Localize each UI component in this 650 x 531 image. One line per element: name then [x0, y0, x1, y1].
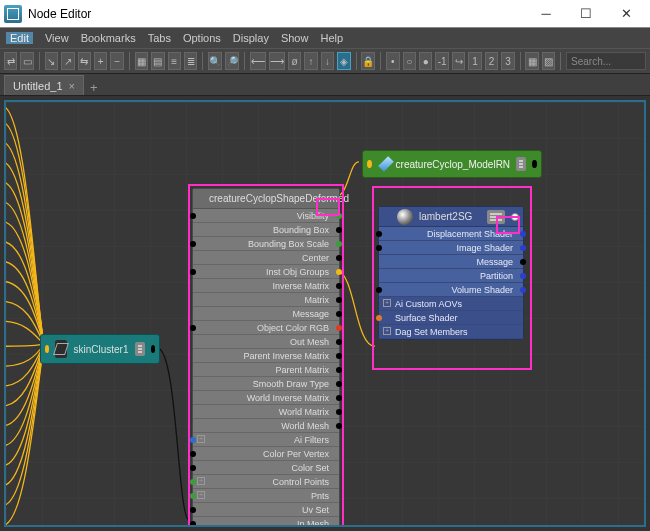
tool-lock-icon[interactable]: 🔒	[361, 52, 375, 70]
tool-frame-sel-icon[interactable]: ▤	[151, 52, 164, 70]
attr-label: World Inverse Matrix	[247, 393, 329, 403]
maximize-button[interactable]: ☐	[566, 2, 606, 26]
attr-partition[interactable]: Partition	[379, 269, 523, 283]
close-button[interactable]: ✕	[606, 2, 646, 26]
tool-dot-icon[interactable]: •	[386, 52, 399, 70]
node-menu-icon[interactable]	[135, 342, 145, 356]
menu-help[interactable]: Help	[320, 32, 343, 44]
attr-out-mesh[interactable]: Out Mesh	[193, 335, 339, 349]
attr-ai-filters[interactable]: +Ai Filters	[193, 433, 339, 447]
attr-world-mesh[interactable]: World Mesh	[193, 419, 339, 433]
attr-inst-obj-groups[interactable]: Inst Obj Groups	[193, 265, 339, 279]
node-shape-deformed[interactable]: creatureCyclopShapeDeformed VisibilityBo…	[192, 188, 340, 527]
node-menu-icon[interactable]	[516, 157, 526, 171]
tool-3-button[interactable]: 3	[501, 52, 514, 70]
node-skincluster[interactable]: skinCluster1	[40, 334, 160, 364]
attr-label: Ai Filters	[294, 435, 329, 445]
tool-snap-icon[interactable]: ▨	[542, 52, 555, 70]
tool-graph-out-icon[interactable]: ↗	[61, 52, 74, 70]
attr-bounding-box-scale[interactable]: Bounding Box Scale	[193, 237, 339, 251]
menu-display[interactable]: Display	[233, 32, 269, 44]
tool-circle-icon[interactable]: ○	[403, 52, 416, 70]
menu-show[interactable]: Show	[281, 32, 309, 44]
attr-control-points[interactable]: +Control Points	[193, 475, 339, 489]
tool-list-icon[interactable]: ≡	[168, 52, 181, 70]
window-title: Node Editor	[28, 7, 526, 21]
attr-pnts[interactable]: +Pnts	[193, 489, 339, 503]
attr-world-matrix[interactable]: World Matrix	[193, 405, 339, 419]
tool-graph-both-icon[interactable]: ⇆	[78, 52, 91, 70]
tab-add-button[interactable]: +	[90, 80, 98, 95]
attr-matrix[interactable]: Matrix	[193, 293, 339, 307]
attr-bounding-box[interactable]: Bounding Box	[193, 223, 339, 237]
menu-bookmarks[interactable]: Bookmarks	[81, 32, 136, 44]
attr-uv-set[interactable]: Uv Set	[193, 503, 339, 517]
tool-unpin-icon[interactable]: ⟵	[250, 52, 266, 70]
node-canvas[interactable]: skinCluster1 creatureCyclop_ModelRN crea…	[4, 100, 646, 527]
tool-grid-icon[interactable]: ▦	[525, 52, 538, 70]
tool-hide-icon[interactable]: ø	[288, 52, 301, 70]
node-menu-icon[interactable]	[487, 210, 505, 224]
tab-untitled[interactable]: Untitled_1 ×	[4, 75, 84, 95]
attr-color-per-vertex[interactable]: Color Per Vertex	[193, 447, 339, 461]
attr-label: Bounding Box Scale	[248, 239, 329, 249]
attr-smooth-draw-type[interactable]: Smooth Draw Type	[193, 377, 339, 391]
tool-zoom-in-icon[interactable]: 🔍	[208, 52, 222, 70]
attribute-list: Displacement ShaderImage ShaderMessagePa…	[379, 227, 523, 339]
attr-label: Color Set	[291, 463, 329, 473]
skincluster-icon	[55, 340, 67, 358]
attr-message[interactable]: Message	[193, 307, 339, 321]
menu-view[interactable]: View	[45, 32, 69, 44]
tool-sync-icon[interactable]: ◈	[337, 52, 350, 70]
attr-displacement-shader[interactable]: Displacement Shader	[379, 227, 523, 241]
attr-ai-custom-aovs[interactable]: +Ai Custom AOVs	[379, 297, 523, 311]
menu-tabs[interactable]: Tabs	[148, 32, 171, 44]
tool-remove-icon[interactable]: −	[110, 52, 123, 70]
tool-input-output-icon[interactable]: ⇄	[4, 52, 17, 70]
tool-rows-icon[interactable]: ≣	[184, 52, 197, 70]
attr-in-mesh[interactable]: In Mesh	[193, 517, 339, 527]
tool-2-button[interactable]: 2	[485, 52, 498, 70]
attr-label: Matrix	[305, 295, 330, 305]
attr-inverse-matrix[interactable]: Inverse Matrix	[193, 279, 339, 293]
tool-graph-in-icon[interactable]: ↘	[45, 52, 58, 70]
titlebar: Node Editor ─ ☐ ✕	[0, 0, 650, 28]
attr-label: Visibility	[297, 211, 329, 221]
minimize-button[interactable]: ─	[526, 2, 566, 26]
attr-image-shader[interactable]: Image Shader	[379, 241, 523, 255]
attr-color-set[interactable]: Color Set	[193, 461, 339, 475]
tool-up-icon[interactable]: ↑	[304, 52, 317, 70]
tool-frame-all-icon[interactable]: ▦	[135, 52, 148, 70]
attr-center[interactable]: Center	[193, 251, 339, 265]
node-modelrn[interactable]: creatureCyclop_ModelRN	[362, 150, 542, 178]
tool-arrow-icon[interactable]: ↪	[452, 52, 465, 70]
attribute-list: VisibilityBounding BoxBounding Box Scale…	[193, 209, 339, 527]
tool-down-icon[interactable]: ↓	[321, 52, 334, 70]
attr-volume-shader[interactable]: Volume Shader	[379, 283, 523, 297]
attr-surface-shader[interactable]: Surface Shader	[379, 311, 523, 325]
tab-close-icon[interactable]: ×	[69, 80, 75, 92]
tool-1-button[interactable]: 1	[468, 52, 481, 70]
menubar: Edit View Bookmarks Tabs Options Display…	[0, 28, 650, 48]
tool-add-icon[interactable]: +	[94, 52, 107, 70]
attr-label: World Matrix	[279, 407, 329, 417]
tool-neg1-button[interactable]: -1	[435, 52, 448, 70]
tool-layout-icon[interactable]: ▭	[20, 52, 33, 70]
menu-options[interactable]: Options	[183, 32, 221, 44]
attr-world-inverse-matrix[interactable]: World Inverse Matrix	[193, 391, 339, 405]
attr-visibility[interactable]: Visibility	[193, 209, 339, 223]
tool-filled-icon[interactable]: ●	[419, 52, 432, 70]
attr-parent-inverse-matrix[interactable]: Parent Inverse Matrix	[193, 349, 339, 363]
tool-pin-icon[interactable]: ⟶	[269, 52, 285, 70]
attr-parent-matrix[interactable]: Parent Matrix	[193, 363, 339, 377]
tool-zoom-out-icon[interactable]: 🔎	[225, 52, 239, 70]
node-lambert2sg[interactable]: lambert2SG Displacement ShaderImage Shad…	[378, 206, 524, 340]
attr-label: Smooth Draw Type	[253, 379, 329, 389]
attr-object-color-rgb[interactable]: Object Color RGB	[193, 321, 339, 335]
attr-dag-set-members[interactable]: +Dag Set Members	[379, 325, 523, 339]
search-input[interactable]: Search...	[566, 52, 646, 70]
node-title: creatureCyclop_ModelRN	[396, 159, 511, 170]
menu-edit[interactable]: Edit	[6, 32, 33, 44]
attr-message[interactable]: Message	[379, 255, 523, 269]
app-window: { "window": { "title": "Node Editor" }, …	[0, 0, 650, 531]
